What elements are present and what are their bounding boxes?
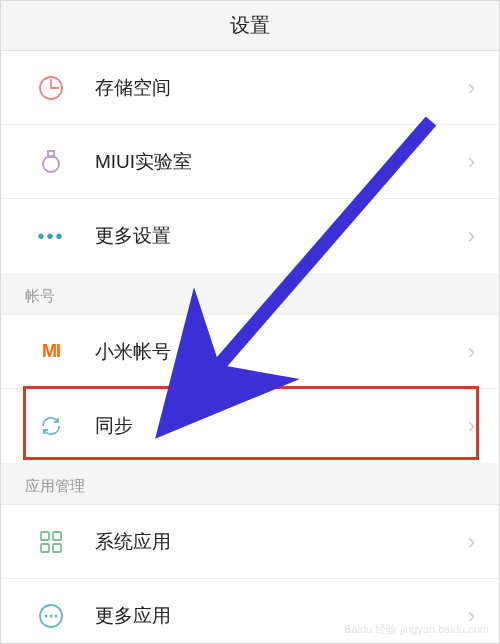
more-settings-item[interactable]: ••• 更多设置 › [1, 199, 499, 273]
chevron-right-icon: › [468, 75, 475, 101]
svg-rect-5 [41, 544, 49, 552]
page-title: 设置 [230, 12, 270, 39]
chevron-right-icon: › [468, 339, 475, 365]
sync-icon [37, 412, 65, 440]
section-general: 存储空间 › MIUI实验室 › ••• 更多设置 › [1, 51, 499, 273]
system-apps-item[interactable]: 系统应用 › [1, 505, 499, 579]
chevron-right-icon: › [468, 529, 475, 555]
item-label: 存储空间 [95, 75, 468, 101]
storage-item[interactable]: 存储空间 › [1, 51, 499, 125]
chevron-right-icon: › [468, 149, 475, 175]
svg-point-10 [55, 615, 58, 618]
svg-rect-3 [41, 532, 49, 540]
svg-point-9 [50, 615, 53, 618]
more-icon: ••• [37, 222, 65, 250]
item-label: 更多设置 [95, 223, 468, 249]
svg-rect-2 [48, 151, 54, 157]
miui-lab-item[interactable]: MIUI实验室 › [1, 125, 499, 199]
svg-rect-6 [53, 544, 61, 552]
more-apps-icon [37, 602, 65, 630]
flask-icon [37, 148, 65, 176]
svg-rect-4 [53, 532, 61, 540]
mi-account-item[interactable]: MI 小米帐号 › [1, 315, 499, 389]
sync-item[interactable]: 同步 › [1, 389, 499, 463]
svg-point-1 [43, 156, 59, 172]
mi-logo-icon: MI [37, 338, 65, 366]
grid-icon [37, 528, 65, 556]
item-label: 小米帐号 [95, 339, 468, 365]
section-header-apps: 应用管理 [1, 463, 499, 505]
section-account: MI 小米帐号 › 同步 › [1, 315, 499, 463]
chevron-right-icon: › [468, 413, 475, 439]
watermark: Baidu 经验 jingyan.baidu.com [344, 622, 489, 637]
header: 设置 [1, 1, 499, 51]
clock-icon [37, 74, 65, 102]
chevron-right-icon: › [468, 223, 475, 249]
item-label: MIUI实验室 [95, 149, 468, 175]
item-label: 系统应用 [95, 529, 468, 555]
item-label: 同步 [95, 413, 468, 439]
section-header-account: 帐号 [1, 273, 499, 315]
svg-point-8 [45, 615, 48, 618]
